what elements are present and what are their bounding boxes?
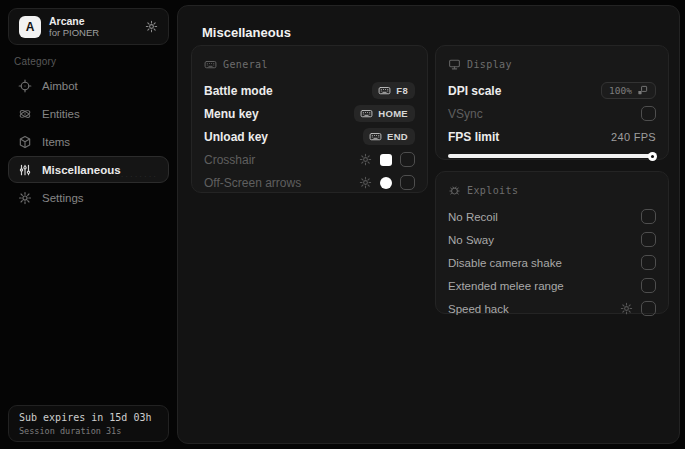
no-recoil-row: No Recoil <box>448 205 656 228</box>
fps-limit-row: FPS limit 240 FPS <box>448 125 656 148</box>
fps-limit-value: 240 FPS <box>611 131 656 143</box>
sub-expiry-text: Sub expires in 15d 03h <box>19 412 158 423</box>
checkbox[interactable] <box>400 152 415 167</box>
app-logo: A <box>19 16 41 38</box>
sidebar-item-miscellaneous[interactable]: Miscellaneous········· <box>8 156 169 183</box>
unload-key-row: Unload keyEND <box>204 125 415 148</box>
setting-controls <box>620 301 656 316</box>
panel-exploits-title: Exploits <box>467 185 518 196</box>
crosshair-icon <box>18 79 32 93</box>
monitor-icon <box>448 58 461 71</box>
vsync-checkbox[interactable] <box>641 106 656 121</box>
sidebar-item-label: Settings <box>42 192 84 204</box>
sidebar-item-entities[interactable]: Entities <box>8 100 169 127</box>
gear-icon[interactable] <box>620 302 633 315</box>
dpi-scale-value: 100% <box>609 85 632 96</box>
brand-text: Arcane for PIONER <box>49 15 99 39</box>
sidebar-item-settings[interactable]: Settings <box>8 184 169 211</box>
keyboard-icon <box>204 58 217 71</box>
checkbox[interactable] <box>400 175 415 190</box>
settings-gear-icon[interactable] <box>145 20 158 33</box>
setting-label: No Sway <box>448 234 494 246</box>
vsync-row: VSync <box>448 102 656 125</box>
no-sway-row: No Sway <box>448 228 656 251</box>
setting-controls <box>641 255 656 270</box>
checkbox[interactable] <box>641 301 656 316</box>
panel-general-header: General <box>204 56 415 72</box>
checkbox[interactable] <box>641 255 656 270</box>
panel-display: Display DPI scale 100% VSync FPS limit 2… <box>435 45 669 160</box>
battle-mode-row: Battle modeF8 <box>204 79 415 102</box>
setting-controls <box>641 278 656 293</box>
color-swatch[interactable] <box>380 154 392 166</box>
keybind-value: F8 <box>396 85 408 96</box>
main-content: Miscellaneous General Battle modeF8Menu … <box>177 5 680 444</box>
gear-icon[interactable] <box>359 176 372 189</box>
extended-melee-range-row: Extended melee range <box>448 274 656 297</box>
setting-label: Off-Screen arrows <box>204 176 301 190</box>
dpi-scale-label: DPI scale <box>448 84 501 98</box>
setting-controls <box>641 209 656 224</box>
setting-label: Extended melee range <box>448 280 564 292</box>
panel-exploits-header: Exploits <box>448 182 656 198</box>
keybind-badge[interactable]: HOME <box>354 105 415 122</box>
keybind-value: HOME <box>378 108 408 119</box>
sidebar: A Arcane for PIONER Category AimbotEntit… <box>0 0 177 449</box>
keyboard-icon <box>360 107 373 120</box>
off-screen-arrows-row: Off-Screen arrows <box>204 171 415 194</box>
box-icon <box>18 135 32 149</box>
sidebar-item-label: Items <box>42 136 70 148</box>
bug-icon <box>448 184 461 197</box>
dpi-scale-select[interactable]: 100% <box>601 82 656 99</box>
app-name: Arcane <box>49 15 99 27</box>
setting-label: Disable camera shake <box>448 257 562 269</box>
app-subtitle: for PIONER <box>49 28 99 39</box>
setting-label: Battle mode <box>204 84 273 98</box>
setting-controls <box>641 232 656 247</box>
subscription-card: Sub expires in 15d 03h Session duration … <box>8 405 169 442</box>
panel-general-title: General <box>223 59 268 70</box>
panel-exploits: Exploits No RecoilNo SwayDisable camera … <box>435 171 669 314</box>
setting-label: Unload key <box>204 130 268 144</box>
setting-label: Speed hack <box>448 303 509 315</box>
page-title: Miscellaneous <box>202 25 291 40</box>
keyboard-icon <box>369 130 382 143</box>
sidebar-item-items[interactable]: Items <box>8 128 169 155</box>
entities-icon <box>18 107 32 121</box>
general-rows: Battle modeF8Menu keyHOMEUnload keyENDCr… <box>204 79 415 194</box>
setting-label: Menu key <box>204 107 259 121</box>
keybind-value: END <box>387 131 408 142</box>
exploit-rows: No RecoilNo SwayDisable camera shakeExte… <box>448 205 656 320</box>
gear-icon[interactable] <box>359 153 372 166</box>
setting-controls <box>359 175 415 190</box>
fps-limit-slider[interactable] <box>448 154 656 158</box>
gear-icon <box>18 191 32 205</box>
panel-display-header: Display <box>448 56 656 72</box>
scale-icon <box>637 85 648 96</box>
vsync-label: VSync <box>448 107 483 121</box>
disable-camera-shake-row: Disable camera shake <box>448 251 656 274</box>
checkbox[interactable] <box>641 232 656 247</box>
color-swatch[interactable] <box>380 177 392 189</box>
sidebar-item-aimbot[interactable]: Aimbot <box>8 72 169 99</box>
sidebar-item-label: Entities <box>42 108 80 120</box>
keybind-badge[interactable]: F8 <box>372 82 415 99</box>
keyboard-icon <box>378 84 391 97</box>
checkbox[interactable] <box>641 278 656 293</box>
sidebar-item-label: Miscellaneous <box>42 164 121 176</box>
dots-decoration: ········· <box>116 172 158 181</box>
brand-card: A Arcane for PIONER <box>8 8 169 45</box>
sidebar-item-label: Aimbot <box>42 80 78 92</box>
sidebar-nav: AimbotEntitiesItemsMiscellaneous········… <box>8 72 169 212</box>
sliders-icon <box>18 163 32 177</box>
keybind-badge[interactable]: END <box>363 128 415 145</box>
fps-slider-knob[interactable] <box>648 152 657 161</box>
setting-label: Crosshair <box>204 153 255 167</box>
panel-display-title: Display <box>467 59 512 70</box>
session-duration-text: Session duration 31s <box>19 426 158 436</box>
speed-hack-row: Speed hack <box>448 297 656 320</box>
checkbox[interactable] <box>641 209 656 224</box>
menu-key-row: Menu keyHOME <box>204 102 415 125</box>
category-label: Category <box>14 56 56 67</box>
dpi-scale-row: DPI scale 100% <box>448 79 656 102</box>
